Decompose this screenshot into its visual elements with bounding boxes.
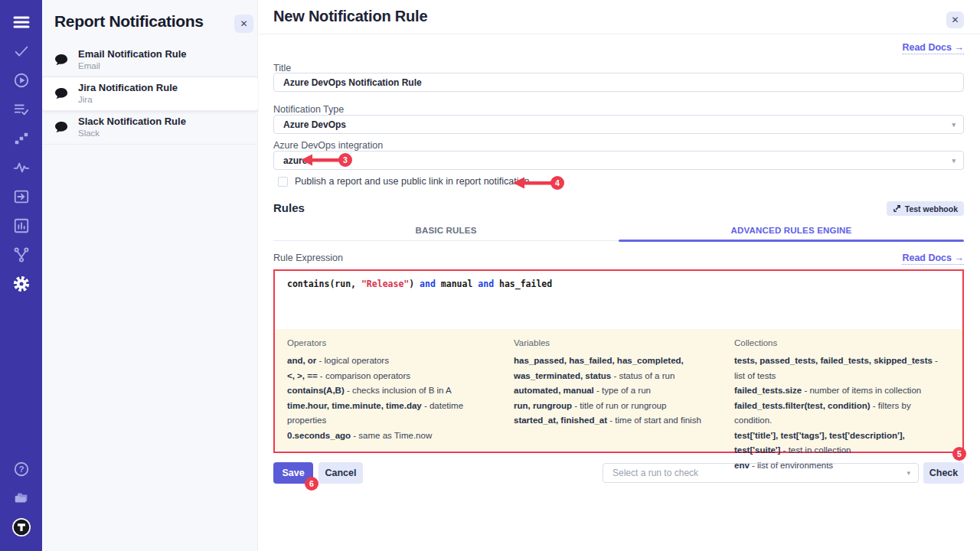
rule-expression-label: Rule Expression	[273, 253, 343, 263]
panel-close-button[interactable]: ✕	[234, 15, 253, 33]
title-input[interactable]	[273, 73, 964, 92]
rule-subtitle: Email	[78, 60, 187, 71]
annotation-badge-5: 5	[952, 447, 966, 461]
integration-label: Azure DevOps integration	[273, 140, 383, 151]
notification-type-label: Notification Type	[273, 104, 344, 115]
rules-heading: Rules	[273, 201, 305, 214]
main-close-button[interactable]: ✕	[946, 11, 964, 28]
bar-chart-icon	[13, 217, 30, 234]
activity-icon	[13, 159, 30, 176]
check-icon	[13, 43, 30, 60]
check-button[interactable]: Check	[923, 462, 964, 484]
sidebar-item-avatar[interactable]	[6, 513, 37, 542]
chevron-down-icon: ▾	[906, 469, 910, 477]
cancel-button[interactable]: Cancel	[318, 462, 363, 484]
list-item[interactable]: Slack Notification RuleSlack	[42, 111, 258, 145]
sidebar-item-list-check[interactable]	[6, 95, 37, 124]
help-column: Variableshas_passed, has_failed, has_com…	[514, 338, 734, 450]
branch-icon	[13, 246, 30, 263]
run-select[interactable]: Select a run to check ▾	[603, 463, 919, 483]
list-check-icon	[13, 101, 30, 118]
test-webhook-button[interactable]: Test webhook	[887, 201, 964, 216]
rule-title: Email Notification Rule	[78, 48, 187, 60]
chat-bubble-icon	[54, 54, 69, 67]
svg-text:?: ?	[18, 465, 24, 474]
diagonal-arrows-icon	[893, 204, 901, 213]
sidebar-item-steps[interactable]	[6, 124, 37, 153]
sidebar-item-folders[interactable]	[6, 484, 37, 513]
publish-report-checkbox[interactable]	[278, 177, 288, 187]
folders-icon	[13, 490, 30, 507]
chevron-down-icon: ▾	[952, 157, 956, 165]
play-circle-icon	[13, 72, 30, 89]
list-item[interactable]: Jira Notification RuleJira	[42, 77, 258, 111]
annotation-arrow-4	[513, 177, 553, 189]
sidebar-item-import[interactable]	[6, 182, 37, 211]
chat-bubble-icon	[54, 87, 69, 100]
avatar-icon	[11, 517, 31, 537]
sidebar-item-bar-chart[interactable]	[6, 211, 37, 240]
notification-list: Email Notification RuleEmailJira Notific…	[42, 44, 258, 145]
app-root: ? Report Notifications ✕ Email Notificat…	[0, 0, 980, 551]
sidebar-nav-top	[6, 0, 37, 298]
publish-report-label: Publish a report and use public link in …	[295, 176, 529, 187]
sidebar-item-check[interactable]	[6, 37, 37, 66]
run-select-placeholder: Select a run to check	[612, 468, 698, 478]
help-column: Operatorsand, or - logical operators<, >…	[287, 338, 514, 450]
panel-title: Report Notifications	[54, 12, 204, 31]
tab-advanced-rules-engine[interactable]: ADVANCED RULES ENGINE	[619, 223, 964, 240]
menu-icon	[12, 13, 31, 31]
rule-title: Jira Notification Rule	[78, 82, 178, 94]
list-item[interactable]: Email Notification RuleEmail	[42, 44, 258, 77]
rule-expression-editor: contains(run, "Release") and manual and …	[273, 269, 964, 453]
annotation-arrow-3	[301, 154, 341, 166]
annotation-badge-3: 3	[338, 153, 352, 167]
chevron-down-icon: ▾	[952, 121, 956, 129]
help-columns: Operatorsand, or - logical operators<, >…	[275, 329, 962, 450]
annotation-badge-4: 4	[550, 176, 564, 190]
publish-report-checkbox-row[interactable]: Publish a report and use public link in …	[278, 176, 529, 187]
notification-type-select[interactable]: Azure DevOps ▾	[273, 115, 964, 134]
main-content: New Notification Rule ✕ Read Docs → Titl…	[259, 0, 980, 551]
test-webhook-label: Test webhook	[905, 204, 958, 214]
rule-subtitle: Jira	[78, 94, 178, 105]
icon-sidebar: ?	[0, 0, 42, 551]
rule-title: Slack Notification Rule	[78, 116, 186, 128]
sidebar-item-branch[interactable]	[6, 240, 37, 269]
settings-gear-icon	[12, 275, 31, 293]
steps-icon	[13, 130, 30, 147]
import-icon	[13, 188, 30, 205]
sidebar-item-settings-gear[interactable]	[6, 269, 37, 298]
sidebar-item-play-circle[interactable]	[6, 66, 37, 95]
sidebar-item-activity[interactable]	[6, 153, 37, 182]
tab-basic-rules[interactable]: BASIC RULES	[273, 223, 619, 240]
read-docs-link-top[interactable]: Read Docs →	[902, 42, 964, 54]
title-label: Title	[273, 63, 291, 73]
notification-type-value: Azure DevOps	[283, 119, 346, 130]
rules-tabs: BASIC RULESADVANCED RULES ENGINE	[273, 223, 964, 241]
rule-subtitle: Slack	[78, 128, 186, 139]
help-icon: ?	[13, 461, 30, 478]
sidebar-item-menu[interactable]	[6, 8, 37, 37]
help-column: Collectionstests, passed_tests, failed_t…	[734, 338, 950, 450]
integration-select[interactable]: azure ▾	[273, 151, 964, 170]
page-title: New Notification Rule	[273, 8, 427, 25]
sidebar-item-help[interactable]: ?	[6, 455, 37, 484]
sidebar-nav-bottom: ?	[6, 455, 37, 551]
rule-expression-code[interactable]: contains(run, "Release") and manual and …	[275, 271, 962, 329]
annotation-badge-6: 6	[305, 477, 318, 491]
read-docs-link-expression[interactable]: Read Docs →	[902, 253, 964, 265]
chat-bubble-icon	[54, 121, 69, 134]
main-header: New Notification Rule	[259, 0, 980, 34]
report-notifications-panel: Report Notifications ✕ Email Notificatio…	[42, 0, 258, 551]
